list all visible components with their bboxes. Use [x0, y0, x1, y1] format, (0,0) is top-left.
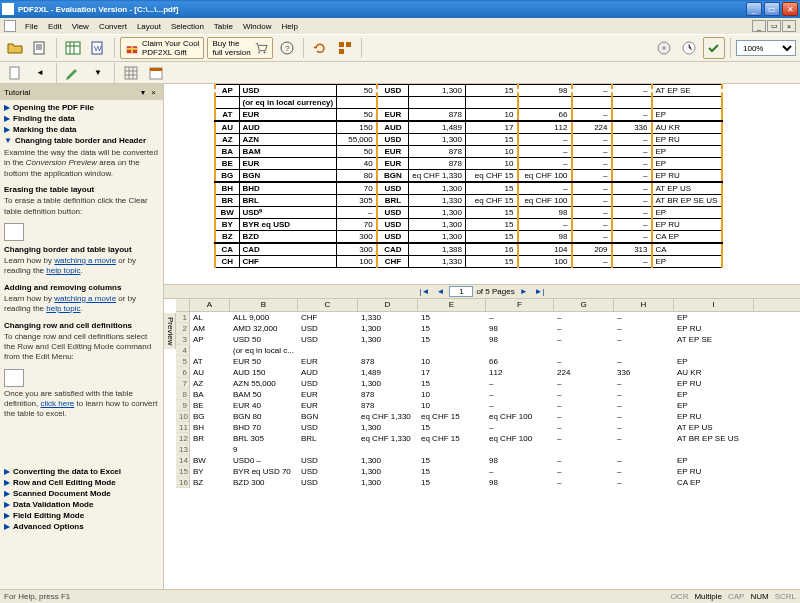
preview-row[interactable]: 7AZAZN 55,000USD1,30015–––EP RU — [176, 378, 800, 389]
preview-row[interactable]: 14BWUSD0 –USD1,3001598––EP — [176, 455, 800, 466]
preview-row[interactable]: 4(or eq in local c... — [176, 345, 800, 356]
zoom-select[interactable]: 100% — [736, 40, 796, 56]
col-header[interactable]: G — [554, 299, 614, 311]
preview-row[interactable]: 2AMAMD 32,000USD1,3001598––EP RU — [176, 323, 800, 334]
tutorial-panel: Tutorial ▾ × ▶Opening the PDF File▶Findi… — [0, 84, 164, 589]
tutorial-item[interactable]: ▶Marking the data — [4, 124, 159, 135]
col-header[interactable]: A — [190, 299, 230, 311]
svg-point-7 — [258, 52, 260, 54]
col-header[interactable]: D — [358, 299, 418, 311]
menu-file[interactable]: File — [20, 21, 43, 32]
layout-button[interactable] — [334, 37, 356, 59]
mdi-close[interactable]: × — [782, 20, 796, 32]
menu-table[interactable]: Table — [209, 21, 238, 32]
col-header[interactable]: I — [674, 299, 754, 311]
menu-layout[interactable]: Layout — [132, 21, 166, 32]
menu-help[interactable]: Help — [276, 21, 302, 32]
document-area[interactable]: APUSD50USD1,3001598––AT EP SE(or eq in l… — [164, 84, 800, 284]
tutorial-item[interactable]: ▶Opening the PDF File — [4, 102, 159, 113]
col-header[interactable]: E — [418, 299, 486, 311]
preview-row[interactable]: 10BGBGN 80BGNeq CHF 1,330eq CHF 15eq CHF… — [176, 411, 800, 422]
menubar: FileEditViewConvertLayoutSelectionTableW… — [0, 18, 800, 34]
table-row: AUAUD150AUD1,48917112224336AU KR — [215, 121, 722, 134]
col-header[interactable]: B — [230, 299, 298, 311]
convert-excel-button[interactable] — [62, 37, 84, 59]
table-row: BHBHD70USD1,30015–––AT EP US — [215, 182, 722, 195]
app-icon — [2, 3, 14, 15]
tutorial-item[interactable]: ▶Finding the data — [4, 113, 159, 124]
col-header[interactable]: H — [614, 299, 674, 311]
recent-button[interactable] — [29, 37, 51, 59]
svg-rect-6 — [127, 48, 138, 50]
next-page-icon[interactable]: ► — [518, 287, 530, 296]
minimize-button[interactable]: _ — [746, 2, 762, 16]
help-button[interactable]: ? — [276, 37, 298, 59]
buy-button[interactable]: Buy thefull version — [207, 37, 272, 59]
claim-gift-button[interactable]: Claim Your CoolPDF2XL Gift — [120, 37, 204, 59]
status-cap: CAP — [728, 592, 744, 601]
page-total: of 5 Pages — [476, 287, 514, 296]
page-button[interactable] — [4, 62, 26, 84]
gift-line1: Claim Your Cool — [142, 39, 199, 48]
menu-edit[interactable]: Edit — [43, 21, 67, 32]
preview-area[interactable]: Preview ABCDEFGHI 1ALALL 9,000CHF1,33015… — [164, 298, 800, 589]
mdi-minimize[interactable]: _ — [752, 20, 766, 32]
menu-view[interactable]: View — [67, 21, 94, 32]
edit-button[interactable] — [62, 62, 84, 84]
next-button[interactable]: ▼ — [87, 62, 109, 84]
cal-button[interactable] — [145, 62, 167, 84]
table-row: ATEUR50EUR8781066––EP — [215, 109, 722, 122]
preview-row[interactable]: 3APUSD 50USD1,3001598––AT EP SE — [176, 334, 800, 345]
svg-rect-1 — [66, 42, 80, 54]
table-row: BEEUR40EUR87810–––EP — [215, 158, 722, 170]
menu-window[interactable]: Window — [238, 21, 276, 32]
status-multiple: Multiple — [694, 592, 722, 601]
cd-button[interactable] — [653, 37, 675, 59]
grid-button[interactable] — [120, 62, 142, 84]
tutorial-item[interactable]: ▶Advanced Options — [4, 521, 159, 532]
col-header[interactable]: F — [486, 299, 554, 311]
menu-convert[interactable]: Convert — [94, 21, 132, 32]
table-row: BGBGN80BGNeq CHF 1,330eq CHF 15eq CHF 10… — [215, 170, 722, 183]
preview-row[interactable]: 16BZBZD 300USD1,3001598––CA EP — [176, 477, 800, 488]
status-ocr: OCR — [671, 592, 689, 601]
convert-word-button[interactable]: W — [87, 37, 109, 59]
preview-row[interactable]: 11BHBHD 70USD1,30015–––AT EP US — [176, 422, 800, 433]
mdi-restore[interactable]: ▭ — [767, 20, 781, 32]
open-button[interactable] — [4, 37, 26, 59]
tutorial-item[interactable]: ▶Data Validation Mode — [4, 499, 159, 510]
first-page-icon[interactable]: |◄ — [417, 287, 431, 296]
maximize-button[interactable]: ▭ — [764, 2, 780, 16]
last-page-icon[interactable]: ►| — [533, 287, 547, 296]
page-input[interactable] — [449, 286, 473, 297]
menu-selection[interactable]: Selection — [166, 21, 209, 32]
preview-tab[interactable]: Preview — [164, 313, 176, 349]
tutorial-close-icon[interactable]: × — [148, 88, 159, 97]
preview-row[interactable]: 1ALALL 9,000CHF1,33015–––EP — [176, 312, 800, 323]
tutorial-menu-icon[interactable]: ▾ — [138, 88, 148, 97]
tutorial-item[interactable]: ▶Field Editing Mode — [4, 510, 159, 521]
clock-button[interactable] — [678, 37, 700, 59]
tutorial-item[interactable]: ▶Converting the data to Excel — [4, 466, 159, 477]
preview-row[interactable]: 9BEEUR 40EUR87810–––EP — [176, 400, 800, 411]
preview-row[interactable]: 5ATEUR 50EUR8781066––EP — [176, 356, 800, 367]
statusbar: For Help, press F1 OCR Multiple CAP NUM … — [0, 589, 800, 603]
preview-row[interactable]: 15BYBYR eq USD 70USD1,30015–––EP RU — [176, 466, 800, 477]
preview-row[interactable]: 6AUAUD 150AUD1,48917112224336AU KR — [176, 367, 800, 378]
close-button[interactable]: ✕ — [782, 2, 798, 16]
prev-page-icon[interactable]: ◄ — [434, 287, 446, 296]
col-header[interactable]: C — [298, 299, 358, 311]
refresh-button[interactable] — [309, 37, 331, 59]
status-num: NUM — [750, 592, 768, 601]
tutorial-item[interactable]: ▶Row and Cell Editing Mode — [4, 477, 159, 488]
table-row: BABAM50EUR87810–––EP — [215, 146, 722, 158]
prev-button[interactable]: ◄ — [29, 62, 51, 84]
tutorial-item[interactable]: ▶Scanned Document Mode — [4, 488, 159, 499]
tutorial-item[interactable]: ▼Changing table border and Header — [4, 135, 159, 146]
validate-button[interactable] — [703, 37, 725, 59]
preview-row[interactable]: 139 — [176, 444, 800, 455]
preview-row[interactable]: 8BABAM 50EUR87810–––EP — [176, 389, 800, 400]
preview-row[interactable]: 12BRBRL 305BRLeq CHF 1,330eq CHF 15eq CH… — [176, 433, 800, 444]
svg-rect-17 — [10, 67, 19, 79]
svg-text:?: ? — [285, 44, 290, 53]
